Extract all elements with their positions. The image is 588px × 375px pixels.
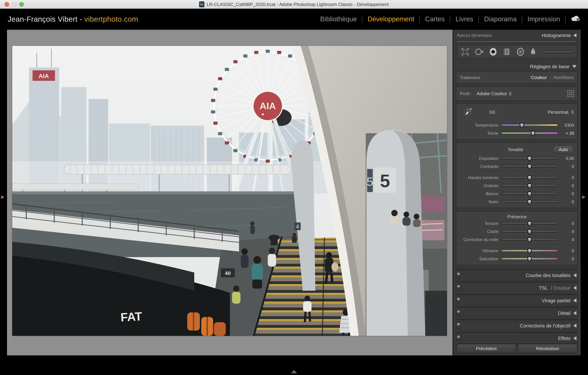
panel-toggle-switch[interactable] [457, 297, 460, 303]
cabin-number: 40 [225, 270, 231, 276]
blacks-slider-row: Noirs 0 [456, 198, 578, 206]
slider-thumb[interactable] [531, 131, 535, 136]
right-panel-edge[interactable]: ▶ [581, 30, 588, 355]
treatment-box: Traitement : Couleur Noir/blanc [456, 71, 578, 84]
contrast-slider[interactable] [501, 165, 558, 168]
panel-toggle-switch[interactable] [457, 310, 460, 316]
histogram-panel-header[interactable]: Histogramme [542, 32, 577, 38]
stepper-arrows-icon [571, 110, 574, 114]
window-title: Lr LR-CLASSIC_CatMBP_2020.lrcat - Adobe … [199, 1, 389, 7]
close-window-button[interactable] [5, 2, 9, 7]
module-book[interactable]: Livres [450, 15, 478, 23]
module-slideshow[interactable]: Diaporama [479, 15, 522, 23]
content-row: ▶ ▶ [0, 30, 588, 355]
module-print[interactable]: Impression [522, 15, 565, 23]
clarity-slider[interactable] [501, 230, 558, 233]
sync-cloud-icon[interactable] [570, 15, 581, 23]
module-picker: Bibliothèque Développement Cartes Livres… [315, 9, 583, 30]
tone-curve-panel-header[interactable]: Courbe des tonalités [453, 270, 581, 281]
vibrance-slider[interactable] [501, 249, 558, 252]
pillar-number: 5 [380, 171, 390, 191]
reset-button[interactable]: Réinitialiser [518, 344, 577, 353]
panel-toggle-switch[interactable] [457, 335, 460, 341]
detail-panel-header[interactable]: Détail [453, 307, 581, 318]
develop-right-panel: Aperçu dynamique Histogramme [453, 30, 581, 355]
presence-box: Présence Texture 0 Clarté 0 Correction d… [456, 211, 578, 265]
module-develop[interactable]: Développement [362, 15, 420, 23]
develop-canvas: AIA [7, 30, 453, 355]
hsl-color-panel-header[interactable]: TSL/ Couleur [453, 282, 581, 293]
vibrance-slider-row: Vibrance 0 [456, 247, 578, 255]
profile-browser-icon[interactable] [567, 90, 574, 97]
stepper-arrows-icon [509, 91, 512, 96]
exposure-slider-row: Exposition 0,00 [456, 154, 578, 162]
identity-plate: Jean-François Vibert - vibertphoto.com [8, 15, 138, 23]
effects-panel-header[interactable]: Effets [453, 333, 581, 344]
highlights-slider[interactable] [501, 176, 558, 179]
panel-toggle-switch[interactable] [457, 272, 460, 278]
shadows-slider[interactable] [501, 184, 558, 187]
treatment-bw-option[interactable]: Noir/blanc [554, 75, 574, 80]
temperature-slider-row: Température 5300 [456, 121, 578, 129]
tower-sign-text: AIA [39, 73, 49, 79]
show-filmstrip-arrow-icon[interactable] [291, 370, 297, 373]
radial-filter-icon[interactable] [516, 47, 525, 56]
photo-canvas: AIA [12, 46, 447, 336]
window-controls[interactable] [5, 2, 24, 7]
split-toning-panel-header[interactable]: Virage partiel [453, 295, 581, 306]
saturation-slider[interactable] [501, 257, 558, 260]
filmstrip-strip [0, 368, 588, 375]
exposure-slider[interactable] [501, 157, 558, 160]
saturation-slider-row: Saturation 0 [456, 255, 578, 263]
texture-slider-row: Texture 0 [456, 219, 578, 227]
profile-box: Profil : Adobe Couleur [456, 86, 578, 101]
brush-handle-bar [541, 51, 573, 53]
dehaze-slider-row: Correction du voile 0 [456, 235, 578, 243]
white-balance-box: BB : Personnal. Température 5300 [456, 103, 578, 140]
auto-tone-button[interactable]: Auto [553, 145, 574, 153]
pillar-far-number: 4 [296, 223, 299, 230]
module-header: Jean-François Vibert - vibertphoto.com B… [0, 9, 588, 30]
module-library[interactable]: Bibliothèque [315, 15, 362, 23]
temperature-slider[interactable] [501, 124, 558, 126]
wheel-hub-text: AIA [260, 101, 276, 111]
tint-slider-row: Teinte + 20 [456, 129, 578, 137]
smart-preview-label: Aperçu dynamique [457, 33, 492, 38]
treatment-color-option[interactable]: Couleur [531, 75, 547, 80]
adjustment-brush-icon[interactable] [530, 47, 536, 56]
histogram-collapsed-bar[interactable] [457, 41, 577, 43]
basic-panel-header[interactable]: Réglages de base [453, 61, 581, 71]
dehaze-slider[interactable] [501, 238, 558, 241]
panel-scrollbar[interactable] [578, 30, 581, 355]
tone-box: Tonalité Auto Exposition 0,00 Contraste … [456, 142, 578, 208]
white-balance-eyedropper-icon[interactable] [460, 107, 476, 117]
tint-slider[interactable] [501, 132, 558, 134]
photo-view[interactable]: AIA [12, 46, 447, 336]
panel-toggle-switch[interactable] [457, 285, 460, 291]
blacks-slider[interactable] [501, 201, 558, 203]
hide-right-panel-arrow-icon[interactable]: ▶ [582, 194, 586, 199]
white-balance-select[interactable]: Personnal. [548, 109, 574, 115]
contrast-slider-row: Contraste 0 [456, 162, 578, 170]
lightroom-window: Lr LR-CLASSIC_CatMBP_2020.lrcat - Adobe … [0, 0, 588, 375]
texture-slider[interactable] [501, 222, 558, 224]
clarity-slider-row: Clarté 0 [456, 227, 578, 235]
panel-toggle-switch[interactable] [457, 323, 460, 328]
shadows-slider-row: Ombres 0 [456, 182, 578, 190]
red-eye-icon[interactable] [489, 47, 498, 56]
collapse-left-arrow-icon [573, 33, 577, 37]
zoom-window-button[interactable] [19, 2, 24, 7]
show-left-panel-arrow-icon[interactable]: ▶ [1, 194, 5, 199]
graduated-filter-icon[interactable] [502, 47, 511, 56]
left-panel-edge[interactable]: ▶ [0, 30, 7, 355]
profile-select[interactable]: Adobe Couleur [477, 91, 512, 96]
crop-overlay-icon[interactable] [461, 47, 470, 56]
previous-button[interactable]: Précédent [457, 344, 516, 353]
minimize-window-button[interactable] [12, 2, 16, 7]
whites-slider[interactable] [501, 193, 558, 195]
lens-corrections-panel-header[interactable]: Corrections de l'objectif [453, 320, 581, 331]
module-map[interactable]: Cartes [420, 15, 450, 23]
spot-removal-icon[interactable] [474, 47, 484, 56]
slider-thumb[interactable] [519, 123, 524, 128]
titlebar: Lr LR-CLASSIC_CatMBP_2020.lrcat - Adobe … [0, 0, 588, 9]
